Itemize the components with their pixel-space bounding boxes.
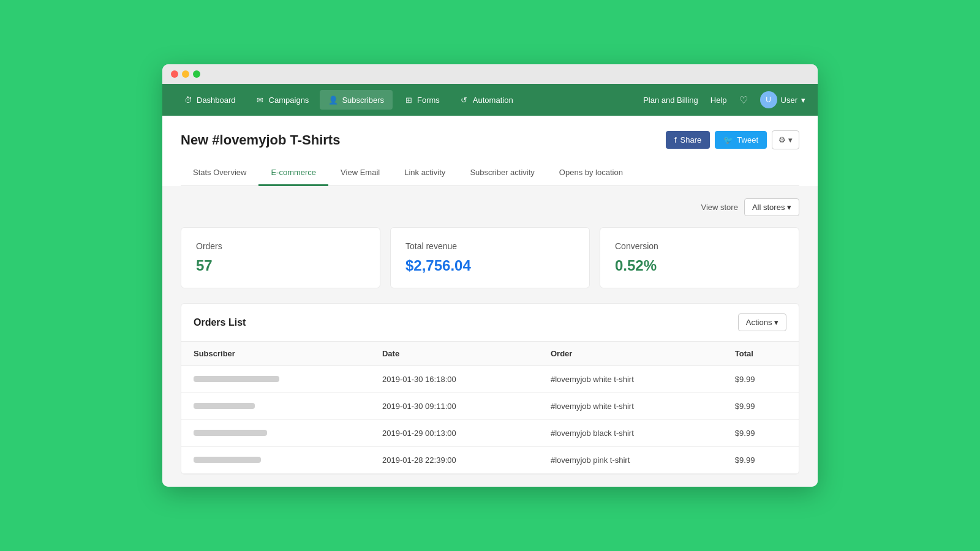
heart-icon[interactable]: ♡ bbox=[739, 94, 748, 106]
header-actions: f Share 🐦 Tweet ⚙ ▾ bbox=[666, 130, 799, 149]
tab-view-email[interactable]: View Email bbox=[328, 160, 392, 186]
nav-label-automation: Automation bbox=[473, 96, 513, 105]
browser-window: ⏱ Dashboard ✉ Campaigns 👤 Subscribers ⊞ … bbox=[162, 64, 818, 487]
help-link[interactable]: Help bbox=[710, 96, 727, 105]
avatar: U bbox=[760, 91, 777, 108]
col-subscriber: Subscriber bbox=[181, 342, 370, 366]
tab-e-commerce-label: E-commerce bbox=[271, 168, 316, 177]
page-title: New #lovemyjob T-Shirts bbox=[181, 132, 340, 148]
share-button[interactable]: f Share bbox=[666, 131, 710, 149]
col-total: Total bbox=[723, 342, 799, 366]
nav-item-dashboard[interactable]: ⏱ Dashboard bbox=[175, 90, 244, 110]
table-row: 2019-01-28 22:39:00 #lovemyjob pink t-sh… bbox=[181, 447, 799, 474]
tab-e-commerce[interactable]: E-commerce bbox=[258, 160, 328, 186]
subscriber-placeholder bbox=[194, 403, 255, 409]
close-dot[interactable] bbox=[171, 70, 178, 78]
date-cell-2: 2019-01-30 09:11:00 bbox=[370, 393, 538, 420]
table-row: 2019-01-30 16:18:00 #lovemyjob white t-s… bbox=[181, 366, 799, 393]
total-cell-2: $9.99 bbox=[723, 393, 799, 420]
tab-stats-overview-label: Stats Overview bbox=[193, 168, 246, 177]
nav-item-forms[interactable]: ⊞ Forms bbox=[395, 90, 448, 110]
user-label: User bbox=[781, 96, 797, 105]
nav-item-subscribers[interactable]: 👤 Subscribers bbox=[320, 90, 393, 110]
twitter-icon: 🐦 bbox=[723, 135, 733, 144]
revenue-label: Total revenue bbox=[405, 241, 575, 251]
orders-card: Orders 57 bbox=[181, 227, 380, 288]
chevron-down-icon: ▾ bbox=[801, 96, 805, 105]
navbar: ⏱ Dashboard ✉ Campaigns 👤 Subscribers ⊞ … bbox=[162, 84, 818, 116]
order-cell-2: #lovemyjob white t-shirt bbox=[538, 393, 723, 420]
orders-list-title: Orders List bbox=[194, 317, 246, 328]
tab-stats-overview[interactable]: Stats Overview bbox=[181, 160, 258, 186]
col-order: Order bbox=[538, 342, 723, 366]
table-row: 2019-01-30 09:11:00 #lovemyjob white t-s… bbox=[181, 393, 799, 420]
content-area: View store All stores ▾ Orders 57 Total … bbox=[162, 186, 818, 487]
total-cell-3: $9.99 bbox=[723, 420, 799, 447]
tweet-button[interactable]: 🐦 Tweet bbox=[715, 131, 767, 149]
subscriber-placeholder bbox=[194, 457, 261, 463]
tab-subscriber-activity[interactable]: Subscriber activity bbox=[458, 160, 546, 186]
actions-button[interactable]: Actions ▾ bbox=[738, 313, 786, 331]
settings-button[interactable]: ⚙ ▾ bbox=[772, 130, 799, 149]
nav-item-campaigns[interactable]: ✉ Campaigns bbox=[247, 90, 318, 110]
conversion-card: Conversion 0.52% bbox=[600, 227, 799, 288]
subscriber-cell-2 bbox=[181, 393, 370, 420]
revenue-card: Total revenue $2,756.04 bbox=[390, 227, 590, 288]
view-store-label: View store bbox=[701, 203, 737, 212]
nav-label-subscribers: Subscribers bbox=[342, 96, 384, 105]
page-header: New #lovemyjob T-Shirts f Share 🐦 Tweet … bbox=[181, 130, 799, 149]
date-cell-4: 2019-01-28 22:39:00 bbox=[370, 447, 538, 474]
subscriber-cell-3 bbox=[181, 420, 370, 447]
table-row: 2019-01-29 00:13:00 #lovemyjob black t-s… bbox=[181, 420, 799, 447]
orders-table: Subscriber Date Order Total 2019-01-30 1… bbox=[181, 342, 799, 474]
stat-cards: Orders 57 Total revenue $2,756.04 Conver… bbox=[181, 227, 799, 288]
date-cell-3: 2019-01-29 00:13:00 bbox=[370, 420, 538, 447]
orders-header: Orders List Actions ▾ bbox=[181, 304, 799, 342]
tab-link-activity[interactable]: Link activity bbox=[392, 160, 458, 186]
facebook-icon: f bbox=[674, 135, 677, 144]
refresh-icon: ↺ bbox=[459, 95, 469, 105]
tabs: Stats Overview E-commerce View Email Lin… bbox=[181, 160, 799, 186]
subscriber-placeholder bbox=[194, 430, 267, 436]
nav-item-automation[interactable]: ↺ Automation bbox=[451, 90, 522, 110]
actions-label: Actions ▾ bbox=[746, 318, 778, 327]
tab-opens-by-location[interactable]: Opens by location bbox=[547, 160, 635, 186]
nav-label-dashboard: Dashboard bbox=[197, 96, 236, 105]
conversion-label: Conversion bbox=[615, 241, 784, 251]
table-body: 2019-01-30 16:18:00 #lovemyjob white t-s… bbox=[181, 366, 799, 474]
table-header-row: Subscriber Date Order Total bbox=[181, 342, 799, 366]
nav-label-campaigns: Campaigns bbox=[269, 96, 309, 105]
tab-view-email-label: View Email bbox=[341, 168, 380, 177]
subscriber-placeholder bbox=[194, 376, 279, 382]
revenue-value: $2,756.04 bbox=[405, 257, 575, 274]
total-cell-1: $9.99 bbox=[723, 366, 799, 393]
table-header: Subscriber Date Order Total bbox=[181, 342, 799, 366]
tweet-label: Tweet bbox=[737, 135, 758, 144]
tab-subscriber-activity-label: Subscriber activity bbox=[470, 168, 534, 177]
clock-icon: ⏱ bbox=[183, 95, 193, 105]
nav-label-forms: Forms bbox=[417, 96, 440, 105]
subscriber-cell-1 bbox=[181, 366, 370, 393]
nav-left: ⏱ Dashboard ✉ Campaigns 👤 Subscribers ⊞ … bbox=[175, 90, 643, 110]
orders-value: 57 bbox=[196, 257, 365, 274]
all-stores-button[interactable]: All stores ▾ bbox=[744, 198, 799, 216]
plan-billing-link[interactable]: Plan and Billing bbox=[643, 96, 698, 105]
share-label: Share bbox=[680, 135, 702, 144]
nav-right: Plan and Billing Help ♡ U User ▾ bbox=[643, 91, 805, 108]
maximize-dot[interactable] bbox=[193, 70, 200, 78]
order-cell-1: #lovemyjob white t-shirt bbox=[538, 366, 723, 393]
view-store-row: View store All stores ▾ bbox=[181, 198, 799, 216]
person-icon: 👤 bbox=[328, 95, 338, 105]
total-cell-4: $9.99 bbox=[723, 447, 799, 474]
tab-link-activity-label: Link activity bbox=[404, 168, 445, 177]
orders-section: Orders List Actions ▾ Subscriber Date Or… bbox=[181, 303, 799, 474]
main-content: New #lovemyjob T-Shirts f Share 🐦 Tweet … bbox=[162, 116, 818, 186]
col-date: Date bbox=[370, 342, 538, 366]
layers-icon: ⊞ bbox=[404, 95, 413, 105]
chevron-down-icon: ▾ bbox=[788, 135, 793, 144]
order-cell-3: #lovemyjob black t-shirt bbox=[538, 420, 723, 447]
minimize-dot[interactable] bbox=[182, 70, 189, 78]
user-menu[interactable]: U User ▾ bbox=[760, 91, 805, 108]
all-stores-label: All stores ▾ bbox=[752, 203, 791, 212]
browser-chrome bbox=[162, 64, 818, 84]
